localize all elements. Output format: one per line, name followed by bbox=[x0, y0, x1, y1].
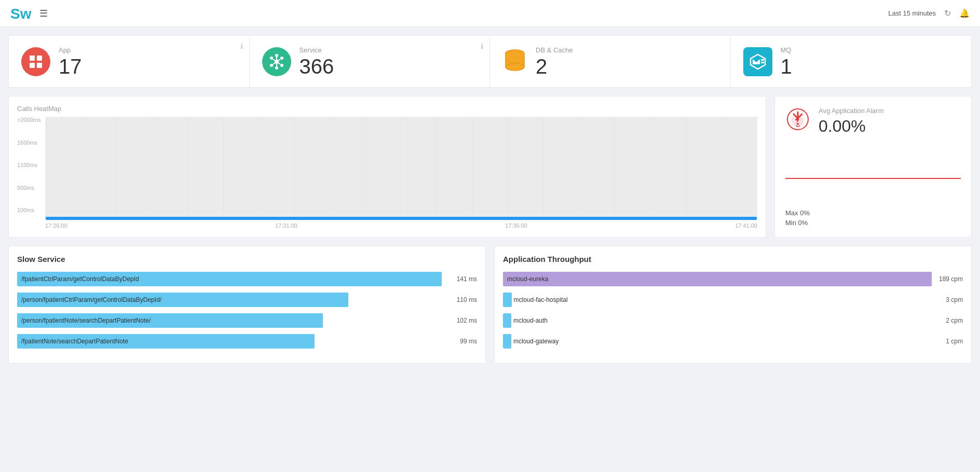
slow-bar-3: /fpatientNote/searchDepartPatientNote bbox=[17, 334, 442, 349]
service-label: Service bbox=[300, 46, 334, 54]
alarm-icon bbox=[785, 107, 810, 136]
bottom-row: Slow Service /fpatientCtrlParam/getContr… bbox=[8, 246, 972, 364]
app-card[interactable]: App 17 ℹ bbox=[9, 36, 250, 87]
heatmap-bottom-bar bbox=[46, 217, 757, 220]
throughput-row-2[interactable]: mcloud-auth 2 cpm bbox=[503, 313, 963, 328]
throughput-val-1: 3 cpm bbox=[932, 296, 963, 303]
heatmap-y-axis: >2000ms 1600ms 1100ms 600ms 100ms bbox=[17, 117, 44, 213]
heatmap-col-18 bbox=[686, 117, 722, 220]
slow-bar-row-2[interactable]: /person/fpatientNote/searchDepartPatient… bbox=[17, 313, 477, 328]
heatmap-col-12 bbox=[473, 117, 509, 220]
service-info-icon[interactable]: ℹ bbox=[481, 42, 483, 50]
y-label-4: 100ms bbox=[17, 207, 44, 213]
service-card[interactable]: Service 366 ℹ bbox=[250, 36, 491, 87]
svg-line-11 bbox=[273, 63, 275, 64]
service-card-content: Service 366 bbox=[300, 46, 334, 77]
logo[interactable]: Sw bbox=[10, 4, 31, 23]
slow-bar-value-1: 110 ms bbox=[446, 296, 477, 303]
slow-bar-fill-0: /fpatientCtrlParam/getControlDataByDepId bbox=[17, 272, 442, 286]
alarm-chart-line bbox=[785, 178, 961, 179]
svg-rect-28 bbox=[761, 62, 764, 63]
main-content: App 17 ℹ Service 366 bbox=[0, 27, 980, 372]
y-label-3: 600ms bbox=[17, 185, 44, 191]
db-card[interactable]: DB & Cache 2 bbox=[490, 36, 731, 87]
heatmap-x-axis: 17:26:00 17:31:00 17:36:00 17:41:00 bbox=[45, 223, 757, 229]
header-left: Sw ☰ bbox=[10, 4, 48, 23]
heatmap-col-2 bbox=[117, 117, 153, 220]
service-icon bbox=[262, 47, 291, 76]
throughput-val-2: 2 cpm bbox=[932, 317, 963, 324]
x-label-1: 17:31:00 bbox=[275, 223, 297, 229]
throughput-row-0[interactable]: mcloud-eureka 189 cpm bbox=[503, 272, 963, 286]
mq-label: MQ bbox=[781, 46, 792, 54]
service-value: 366 bbox=[300, 56, 334, 77]
svg-rect-27 bbox=[761, 59, 764, 61]
svg-rect-2 bbox=[37, 55, 42, 61]
heatmap-title: Calls HeatMap bbox=[17, 105, 757, 113]
throughput-bar-wrap-0: mcloud-eureka bbox=[503, 272, 932, 286]
heatmap-container: >2000ms 1600ms 1100ms 600ms 100ms bbox=[17, 117, 757, 229]
throughput-row-1[interactable]: mcloud-fac-hospital 3 cpm bbox=[503, 293, 963, 307]
refresh-icon[interactable]: ↻ bbox=[944, 8, 951, 18]
heatmap-col-14 bbox=[544, 117, 580, 220]
throughput-val-0: 189 cpm bbox=[932, 275, 963, 283]
heatmap-grid bbox=[45, 117, 757, 220]
mq-icon bbox=[743, 47, 772, 76]
svg-point-20 bbox=[506, 63, 524, 71]
app-value: 17 bbox=[59, 56, 82, 77]
menu-icon[interactable]: ☰ bbox=[39, 8, 48, 19]
alarm-stats: Max 0% Min 0% bbox=[785, 209, 961, 227]
heatmap-panel: Calls HeatMap >2000ms 1600ms 1100ms 600m… bbox=[8, 96, 766, 238]
heatmap-col-17 bbox=[650, 117, 686, 220]
slow-service-title: Slow Service bbox=[17, 255, 477, 263]
throughput-bar-wrap-1: mcloud-fac-hospital bbox=[503, 293, 932, 307]
svg-point-6 bbox=[270, 57, 273, 60]
svg-line-9 bbox=[278, 59, 280, 61]
svg-point-30 bbox=[797, 123, 799, 125]
time-range-label: Last 15 minutes bbox=[888, 9, 936, 17]
x-label-2: 17:36:00 bbox=[505, 223, 527, 229]
bell-icon[interactable]: 🔔 bbox=[959, 8, 970, 18]
alarm-chart-area bbox=[785, 150, 961, 205]
throughput-row-3[interactable]: mcloud-gateway 1 cpm bbox=[503, 334, 963, 349]
heatmap-col-11 bbox=[437, 117, 473, 220]
svg-point-8 bbox=[280, 57, 283, 60]
slow-service-panel: Slow Service /fpatientCtrlParam/getContr… bbox=[8, 246, 486, 364]
alarm-header: Avg Application Alarm 0.00% bbox=[785, 107, 961, 136]
app-label: App bbox=[59, 46, 82, 54]
slow-bar-fill-1: /person/fpatientCtrlParam/getControlData… bbox=[17, 293, 348, 307]
mq-card[interactable]: MQ 1 bbox=[731, 36, 972, 87]
heatmap-col-1 bbox=[81, 117, 117, 220]
y-label-0: >2000ms bbox=[17, 117, 44, 123]
db-card-content: DB & Cache 2 bbox=[536, 46, 573, 77]
heatmap-col-6 bbox=[259, 117, 295, 220]
throughput-bar-1 bbox=[503, 293, 512, 307]
throughput-bar-0: mcloud-eureka bbox=[503, 272, 932, 286]
throughput-bar-wrap-2: mcloud-auth bbox=[503, 313, 932, 328]
heatmap-col-8 bbox=[330, 117, 366, 220]
svg-line-7 bbox=[273, 59, 275, 61]
svg-rect-4 bbox=[37, 63, 42, 68]
slow-bar-2: /person/fpatientNote/searchDepartPatient… bbox=[17, 313, 442, 328]
throughput-bar-2 bbox=[503, 313, 511, 328]
app-info-icon[interactable]: ℹ bbox=[240, 42, 243, 50]
throughput-bar-3 bbox=[503, 334, 511, 349]
heatmap-col-19 bbox=[722, 117, 757, 220]
throughput-label-1: mcloud-fac-hospital bbox=[514, 296, 568, 303]
app-icon bbox=[21, 47, 50, 76]
throughput-bar-wrap-3: mcloud-gateway bbox=[503, 334, 932, 349]
slow-bar-value-0: 141 ms bbox=[446, 275, 477, 283]
y-label-1: 1600ms bbox=[17, 140, 44, 146]
slow-bar-row-3[interactable]: /fpatientNote/searchDepartPatientNote 99… bbox=[17, 334, 477, 349]
heatmap-col-10 bbox=[401, 117, 437, 220]
alarm-min: Min 0% bbox=[785, 219, 961, 227]
svg-text:Sw: Sw bbox=[10, 6, 31, 22]
slow-bar-row-0[interactable]: /fpatientCtrlParam/getControlDataByDepId… bbox=[17, 272, 477, 286]
slow-bar-fill-2: /person/fpatientNote/searchDepartPatient… bbox=[17, 313, 323, 328]
alarm-label: Avg Application Alarm bbox=[819, 107, 884, 115]
heatmap-col-9 bbox=[366, 117, 402, 220]
heatmap-col-5 bbox=[224, 117, 260, 220]
slow-bar-row-1[interactable]: /person/fpatientCtrlParam/getControlData… bbox=[17, 293, 477, 307]
svg-point-10 bbox=[270, 64, 273, 67]
svg-point-16 bbox=[275, 66, 278, 70]
